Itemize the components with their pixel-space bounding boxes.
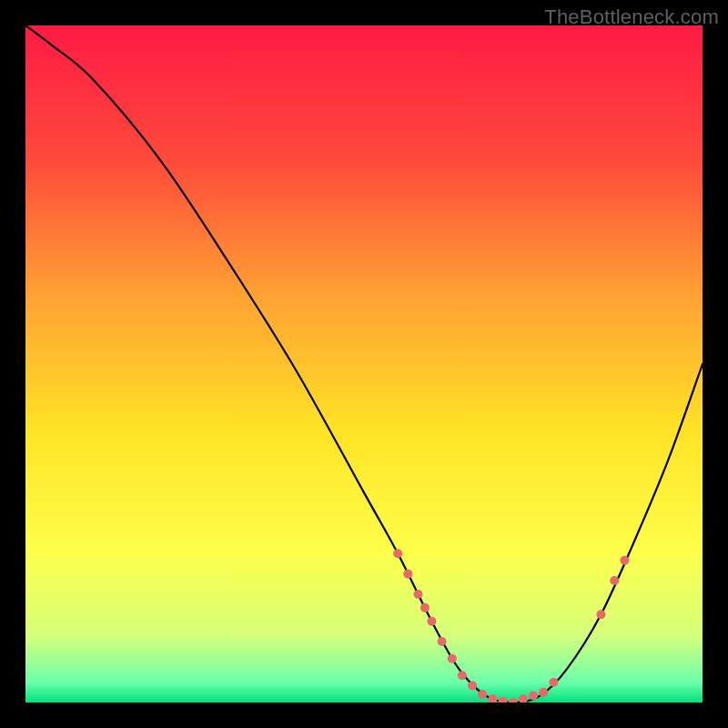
marker-point (610, 576, 619, 585)
gradient-background (25, 25, 703, 703)
marker-point (438, 637, 447, 646)
chart-svg (25, 25, 703, 703)
marker-point (549, 678, 558, 687)
marker-point (393, 549, 402, 558)
marker-point (458, 671, 467, 680)
marker-point (620, 556, 629, 565)
marker-point (539, 688, 548, 697)
chart-container: TheBottleneck.com (0, 0, 728, 728)
marker-point (478, 690, 487, 699)
marker-point (468, 681, 477, 690)
marker-point (448, 654, 457, 663)
marker-point (529, 692, 538, 701)
marker-point (414, 590, 423, 599)
marker-point (427, 617, 436, 626)
watermark-text: TheBottleneck.com (544, 5, 719, 29)
marker-point (420, 603, 430, 612)
marker-point (403, 570, 412, 579)
marker-point (596, 610, 605, 619)
plot-area (25, 25, 703, 703)
